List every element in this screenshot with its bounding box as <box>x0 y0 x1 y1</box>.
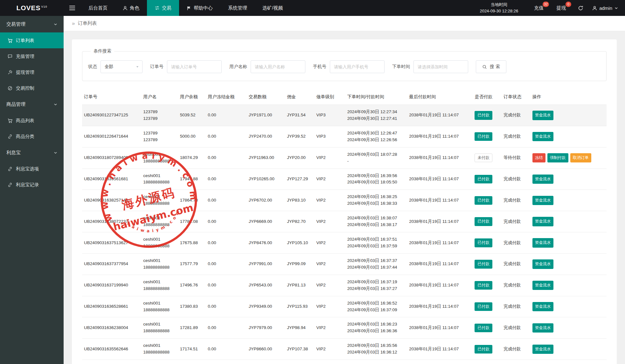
order-no-cell: UB2409031635329144 <box>82 360 141 364</box>
fund-flow-button[interactable]: 资金流水 <box>532 111 553 120</box>
breadcrumb: » 订单列表 <box>64 16 625 31</box>
phone-input[interactable] <box>330 60 385 73</box>
user-balance-cell: 18074.29 <box>178 147 206 168</box>
chevron-down-icon <box>54 151 57 155</box>
fund-flow-button[interactable]: 资金流水 <box>532 345 553 354</box>
nav-item-system[interactable]: 系统管理 <box>220 0 255 16</box>
sidebar-item-withdraw[interactable]: 提现管理 <box>0 64 64 80</box>
order-table: 订单号用户名用户余额用户冻结金额交易数额佣金做单级别下单时间/付款时间最后付款时… <box>82 89 607 364</box>
fund-flow-button[interactable]: 资金流水 <box>532 175 553 184</box>
paid-status-cell: 已付款 <box>473 232 502 254</box>
fund-flow-button[interactable]: 资金流水 <box>532 196 553 205</box>
last-pay-time-cell: 2038年01月19日 11:14:07 <box>407 126 473 147</box>
nav-item-help-center[interactable]: 帮助中心 <box>179 0 220 16</box>
sidebar-group-trade[interactable]: 交易管理 <box>0 16 64 32</box>
nav-item-trade[interactable]: 交易 <box>147 0 179 16</box>
nav-item-roles[interactable]: 角色 <box>115 0 147 16</box>
order-time-input[interactable] <box>413 60 468 73</box>
order-time-label: 下单时间 <box>392 64 410 70</box>
order-pay-time-cell: 2024年09月03日 16:37:192024年09月03日 16:37:27 <box>345 275 407 296</box>
sidebar-item-label: 订单列表 <box>16 38 34 44</box>
freeze-button[interactable]: 冻结 <box>532 153 545 162</box>
sidebar-item-goods-category[interactable]: 商品分类 <box>0 128 64 144</box>
order-no-cell: UB2409031636238004 <box>82 317 141 339</box>
paid-status-cell: 已付款 <box>473 317 502 339</box>
order-pay-time-cell: 2024年09月03日 16:35:562024年09月03日 16:36:12 <box>345 339 407 360</box>
sidebar-item-order-list[interactable]: 订单列表 <box>0 32 64 48</box>
fund-flow-button[interactable]: 资金流水 <box>532 302 553 311</box>
chevron-down-icon <box>54 23 57 26</box>
order-no-cell: UB2409031635562646 <box>82 339 141 360</box>
column-header: 交易数额 <box>247 89 285 105</box>
status-select[interactable]: 全部 <box>101 60 142 73</box>
exchange-icon <box>155 5 160 10</box>
chevron-down-icon <box>615 6 618 10</box>
order-no-input[interactable] <box>167 60 222 73</box>
order-status-cell: 完成付款 <box>502 296 531 317</box>
sidebar-item-goods-list[interactable]: 商品列表 <box>0 113 64 128</box>
trade-amount-cell: JYP6702.00 <box>247 190 285 211</box>
table-row: UB2409031639561681ceshi00118888888888179… <box>82 168 607 190</box>
user-name-cell: ceshi00118888888888 <box>141 147 178 168</box>
column-header: 下单时间/付款时间 <box>345 89 407 105</box>
admin-name: admin <box>599 5 612 11</box>
force-pay-button[interactable]: 强制付款 <box>547 153 568 162</box>
link-icon <box>8 134 12 139</box>
order-pay-time-cell: 2024年09月03日 16:36:232024年09月03日 16:36:36 <box>345 317 407 339</box>
fund-flow-button[interactable]: 资金流水 <box>532 238 553 247</box>
order-pay-time-cell: 2024年09月03日 16:35:322024年09月03日 16:35:44 <box>345 360 407 364</box>
user-balance-cell: 17947.88 <box>178 168 206 190</box>
cancel-order-button[interactable]: 取消订单 <box>570 153 591 162</box>
trade-amount-cell: JYP8660.00 <box>247 339 285 360</box>
phone-label: 手机号 <box>313 64 326 70</box>
trade-amount-cell: JYP10265.00 <box>247 168 285 190</box>
menu-toggle-button[interactable] <box>64 0 81 16</box>
last-pay-time-cell: 2038年01月19日 11:14:07 <box>407 360 473 364</box>
withdraw-button[interactable]: 提现 0 <box>556 5 566 11</box>
commission-cell: JYP127.29 <box>285 168 314 190</box>
nav-label: 帮助中心 <box>194 5 213 11</box>
last-pay-time-cell: 2038年01月19日 11:14:07 <box>407 147 473 168</box>
nav-item-dashboard[interactable]: 后台首页 <box>81 0 115 16</box>
gavel-icon <box>8 70 12 75</box>
trade-amount-cell: JYP9349.00 <box>247 296 285 317</box>
paid-status-badge: 未付款 <box>475 154 492 162</box>
user-name-label: 用户名称 <box>229 64 247 70</box>
fund-flow-button[interactable]: 资金流水 <box>532 259 553 269</box>
sidebar: 交易管理 订单列表 充值管理 提现管理 交易控制 商品管理 商品列表 商品分类 … <box>0 16 64 364</box>
refresh-button[interactable] <box>578 5 583 11</box>
status-field: 状态 全部 <box>88 60 142 73</box>
recharge-button[interactable]: 充值 32 <box>534 5 544 11</box>
top-nav: 后台首页 角色 交易 帮助中心 系统管理 选矿/视频 <box>81 0 290 16</box>
sidebar-item-trade-control[interactable]: 交易控制 <box>0 80 64 96</box>
nav-label: 交易 <box>162 5 171 11</box>
withdraw-badge: 0 <box>566 2 571 7</box>
status-label: 状态 <box>88 64 97 70</box>
table-header-row: 订单号用户名用户余额用户冻结金额交易数额佣金做单级别下单时间/付款时间最后付款时… <box>82 89 607 105</box>
admin-menu[interactable]: admin <box>592 5 618 11</box>
paid-status-cell: 已付款 <box>473 211 502 232</box>
sidebar-item-lixibao-records[interactable]: 利息宝记录 <box>0 177 64 193</box>
fund-flow-button[interactable]: 资金流水 <box>532 217 553 226</box>
sidebar-item-recharge[interactable]: 充值管理 <box>0 48 64 64</box>
actions-cell: 资金流水 <box>531 232 607 254</box>
vip-level-cell: VIP2 <box>314 360 345 364</box>
order-no-cell: UB2409301226471644 <box>82 126 141 147</box>
fund-flow-button[interactable]: 资金流水 <box>532 132 553 141</box>
cart-icon <box>8 118 12 123</box>
user-name-input[interactable] <box>251 60 305 73</box>
order-status-cell: 完成付款 <box>502 168 531 190</box>
search-button[interactable]: 搜 索 <box>476 60 506 73</box>
order-status-cell: 完成付款 <box>502 339 531 360</box>
table-row: UB2409031637377954ceshi00118888888888175… <box>82 253 607 275</box>
sidebar-group-lixibao[interactable]: 利息宝 <box>0 144 64 161</box>
sidebar-item-lixibao-options[interactable]: 利息宝选项 <box>0 161 64 177</box>
last-pay-time-cell: 2038年01月19日 11:14:07 <box>407 211 473 232</box>
actions-cell: 资金流水 <box>531 168 607 190</box>
sidebar-group-goods[interactable]: 商品管理 <box>0 96 64 113</box>
fund-flow-button[interactable]: 资金流水 <box>532 323 553 333</box>
trade-amount-cell: JYP6669.00 <box>247 211 285 232</box>
fund-flow-button[interactable]: 资金流水 <box>532 281 553 290</box>
actions-cell: 资金流水 <box>531 339 607 360</box>
nav-item-video[interactable]: 选矿/视频 <box>255 0 290 16</box>
